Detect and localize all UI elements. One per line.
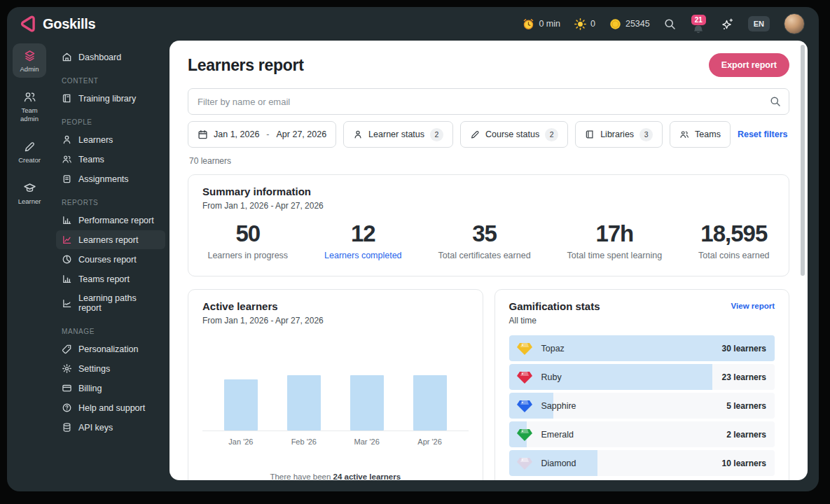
libraries-count-badge: 3: [639, 128, 653, 141]
chart-caption: There have been 24 active learners: [202, 472, 469, 480]
sidebar-item-personalization[interactable]: Personalization: [56, 340, 165, 358]
goskills-logo-icon: [18, 15, 36, 33]
sidebar-item-label: Help and support: [78, 403, 145, 413]
active-learners-title: Active learners: [202, 300, 469, 312]
ai-assistant-button[interactable]: [721, 18, 734, 31]
calendar-icon: [198, 130, 208, 140]
sidebar-item-dashboard[interactable]: Dashboard: [56, 48, 165, 66]
libraries-filter[interactable]: Libraries 3: [575, 121, 663, 148]
export-report-button[interactable]: Export report: [709, 53, 789, 77]
course-status-count-badge: 2: [545, 128, 558, 141]
sparkle-icon: [721, 18, 734, 31]
rail-item-admin[interactable]: Admin: [13, 43, 46, 78]
stat-label: Total time spent learning: [567, 251, 663, 260]
streak-stat[interactable]: 0: [574, 18, 595, 30]
learner-status-filter[interactable]: Learner status 2: [343, 121, 453, 148]
sidebar-item-api-keys[interactable]: API keys: [56, 418, 165, 437]
sidebar-item-training-library[interactable]: Training library: [56, 89, 165, 108]
rail-item-learner[interactable]: Learner: [13, 176, 46, 210]
gem-count: 30 learners: [722, 344, 766, 354]
brand-logo[interactable]: Goskills: [18, 15, 95, 33]
sun-icon: [574, 18, 586, 30]
filter-label: Teams: [695, 130, 721, 139]
search-icon: [770, 96, 781, 110]
teams-filter[interactable]: Teams: [670, 121, 731, 148]
sidebar-item-performance-report[interactable]: Performance report: [56, 211, 165, 230]
diamond-gem-icon: [516, 456, 533, 470]
summary-subtitle: From Jan 1, 2026 - Apr 27, 2026: [202, 201, 775, 211]
library-icon: [62, 93, 72, 104]
help-icon: [62, 402, 72, 413]
stat-total-time: 17h Total time spent learning: [567, 220, 663, 260]
filter-label: Libraries: [600, 130, 634, 139]
users-icon: [679, 130, 689, 139]
view-report-link[interactable]: View report: [731, 302, 775, 310]
active-learners-subtitle: From Jan 1, 2026 - Apr 27, 2026: [202, 316, 469, 326]
search-button[interactable]: [664, 18, 676, 30]
bar-chart-plot: [202, 326, 469, 431]
scrollbar-thumb[interactable]: [801, 45, 805, 276]
date-separator: -: [265, 130, 270, 139]
stat-value: 17h: [567, 220, 663, 247]
course-status-filter[interactable]: Course status 2: [460, 121, 568, 148]
rail-label-creator: Creator: [18, 156, 41, 164]
search-icon: [664, 18, 676, 30]
date-range-filter[interactable]: Jan 1, 2026 - Apr 27, 2026: [188, 121, 336, 148]
person-icon: [62, 134, 72, 145]
language-selector[interactable]: EN: [748, 16, 770, 31]
sidebar-item-learning-paths-report[interactable]: Learning paths report: [56, 289, 165, 317]
sidebar-item-teams[interactable]: Teams: [56, 150, 165, 169]
stat-label: Total coins earned: [698, 251, 769, 260]
column-chart-icon: [62, 274, 72, 284]
rail-item-creator[interactable]: Creator: [13, 134, 46, 169]
stat-label: Learners in progress: [207, 251, 288, 260]
sidebar-item-settings[interactable]: Settings: [56, 359, 165, 378]
summary-title: Summary information: [202, 186, 775, 197]
sidebar-item-label: Learning paths report: [78, 293, 160, 313]
bell-icon: [693, 24, 703, 33]
rail-label-admin: Admin: [20, 65, 39, 74]
sidebar-item-courses-report[interactable]: Courses report: [56, 250, 165, 269]
sidebar-item-teams-report[interactable]: Teams report: [56, 270, 165, 288]
gamification-row-emerald: Emerald 2 learners: [509, 421, 775, 447]
sidebar-item-label: Training library: [78, 94, 136, 104]
tag-icon: [62, 344, 72, 354]
sidebar-item-label: Learners report: [78, 235, 138, 245]
gem-label: Topaz: [541, 344, 565, 354]
sidebar-item-assignments[interactable]: Assignments: [56, 169, 165, 188]
learner-status-count-badge: 2: [430, 128, 443, 141]
gear-icon: [62, 363, 72, 374]
stat-label-link[interactable]: Learners completed: [324, 251, 401, 260]
filter-search-input[interactable]: [188, 88, 789, 115]
time-spent-stat[interactable]: 0 min: [523, 18, 560, 30]
clipboard-icon: [62, 174, 72, 184]
emerald-gem-icon: [516, 428, 533, 442]
notifications-button[interactable]: 21: [690, 15, 707, 33]
bar-mar: [350, 375, 384, 430]
rail-item-team-admin[interactable]: Team admin: [13, 85, 46, 127]
sidebar-item-learners[interactable]: Learners: [56, 130, 165, 149]
pencil-icon: [470, 130, 480, 139]
pie-chart-icon: [62, 254, 72, 265]
x-tick-label: Jan '26: [224, 438, 258, 446]
main-content: Learners report Export report Jan 1, 202…: [170, 41, 808, 480]
sidebar-item-label: Settings: [78, 364, 110, 374]
coins-stat[interactable]: 25345: [609, 18, 650, 30]
sidebar-item-learners-report[interactable]: Learners report: [56, 230, 165, 249]
gamification-row-sapphire: Sapphire 5 learners: [509, 393, 775, 419]
user-avatar[interactable]: [784, 13, 805, 34]
reset-filters-link[interactable]: Reset filters: [738, 130, 788, 139]
layers-icon: [23, 49, 36, 62]
database-icon: [62, 422, 72, 433]
users-icon: [23, 90, 36, 104]
stat-learners-in-progress: 50 Learners in progress: [207, 220, 288, 260]
page-title: Learners report: [188, 56, 304, 75]
gamification-subtitle: All time: [509, 316, 600, 326]
gamification-card: Gamification stats All time View report …: [494, 289, 790, 480]
date-start: Jan 1, 2026: [214, 130, 259, 139]
brand-name: Goskills: [43, 16, 95, 32]
sidebar-item-billing[interactable]: Billing: [56, 379, 165, 398]
sidebar-item-label: Assignments: [78, 174, 129, 184]
sidebar-item-label: Billing: [78, 384, 102, 393]
sidebar-item-help-and-support[interactable]: Help and support: [56, 398, 165, 417]
